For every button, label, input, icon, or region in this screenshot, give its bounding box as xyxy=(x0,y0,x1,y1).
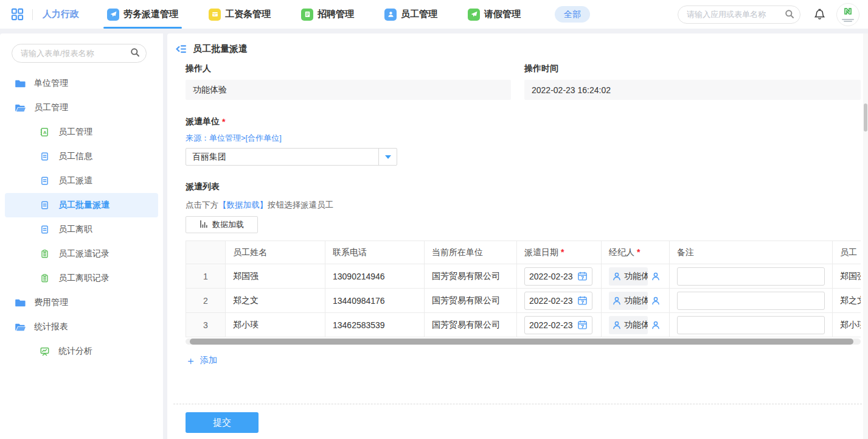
table-cell-date: 2022-02-23 xyxy=(517,289,602,313)
document-icon xyxy=(39,176,50,186)
topbar: 人力行政 劳务派遣管理工资条管理招聘管理员工管理请假管理 全部 xyxy=(0,0,868,29)
remark-input[interactable] xyxy=(677,267,825,286)
topbar-tab-4[interactable]: 员工管理 xyxy=(384,0,437,29)
table-horizontal-scrollbar[interactable] xyxy=(186,339,861,345)
topbar-tab-2[interactable]: 工资条管理 xyxy=(209,0,271,29)
all-apps-badge[interactable]: 全部 xyxy=(555,6,590,23)
select-caret-box[interactable] xyxy=(378,149,397,165)
brand-title[interactable]: 人力行政 xyxy=(43,9,79,20)
form-search-input[interactable] xyxy=(12,44,147,63)
sidebar-item-label: 员工离职 xyxy=(58,224,92,235)
tab-label: 员工管理 xyxy=(401,9,437,20)
submit-button[interactable]: 提交 xyxy=(186,412,259,433)
table-cell-remark xyxy=(670,289,833,313)
table-header-phone: 联系电话 xyxy=(325,241,425,264)
table-cell-phone: 13462583539 xyxy=(325,313,425,337)
notification-bell-icon[interactable] xyxy=(814,9,825,20)
person-icon xyxy=(612,296,622,306)
agent-name: 功能体验 xyxy=(624,320,648,331)
sidebar-item-9[interactable]: 员工离职记录 xyxy=(5,266,158,290)
page-scrollbar-track[interactable] xyxy=(863,33,868,439)
table-row: 3郑小瑛13462583539国芳贸易有限公司2022-02-23功能体验郑小瑛 xyxy=(186,313,861,337)
sidebar-item-label: 员工派遣记录 xyxy=(58,248,109,259)
operator-label: 操作人 xyxy=(186,63,511,74)
table-cell-name: 郑之文 xyxy=(226,289,325,313)
hint-data-load-link[interactable]: 【数据加载】 xyxy=(218,200,268,209)
scrollbar-thumb[interactable] xyxy=(190,339,853,345)
dispatch-list-section: 派遣列表 点击下方【数据加载】按钮选择派遣员工 数据加载 员工姓名联系电话当前所… xyxy=(186,181,861,367)
data-load-button[interactable]: 数据加载 xyxy=(186,216,258,233)
bar-chart-icon xyxy=(200,220,208,230)
table-cell-name: 郑国强 xyxy=(226,264,325,289)
date-input[interactable]: 2022-02-23 xyxy=(524,267,592,286)
table-cell-remark xyxy=(670,313,833,337)
dispatch-table: 员工姓名联系电话当前所在单位派遣日期*经纪人*备注员工 1郑国强13090214… xyxy=(186,241,861,337)
select-person-icon[interactable] xyxy=(651,296,661,306)
table-cell-agent: 功能体验 xyxy=(602,289,670,313)
add-row-link[interactable]: ＋ 添加 xyxy=(186,355,217,366)
agent-name: 功能体验 xyxy=(624,295,648,306)
table-cell-index: 3 xyxy=(186,313,226,337)
table-header-index xyxy=(186,241,226,264)
main-panel: 员工批量派遣 操作人 功能体验 操作时间 2022-02-23 16:24:02… xyxy=(167,33,868,439)
calendar-icon xyxy=(577,320,588,330)
collapse-menu-icon[interactable] xyxy=(175,44,187,54)
dispatch-unit-select[interactable]: 百丽集团 xyxy=(186,148,397,166)
topbar-tabs: 劳务派遣管理工资条管理招聘管理员工管理请假管理 xyxy=(107,0,551,29)
sidebar-item-1[interactable]: 单位管理 xyxy=(5,71,158,96)
caret-down-icon xyxy=(385,155,391,159)
topbar-tab-5[interactable]: 请假管理 xyxy=(468,0,521,29)
date-input[interactable]: 2022-02-23 xyxy=(524,316,592,334)
sidebar-item-2[interactable]: 员工管理 xyxy=(5,96,158,120)
table-row: 1郑国强13090214946国芳贸易有限公司2022-02-23功能体验郑国强 xyxy=(186,264,861,289)
tab-label: 劳务派遣管理 xyxy=(123,9,178,20)
topbar-tab-1[interactable]: 劳务派遣管理 xyxy=(107,0,178,29)
sidebar-item-8[interactable]: 员工派遣记录 xyxy=(5,242,158,266)
employee-icon xyxy=(384,9,397,21)
required-asterisk: * xyxy=(222,117,225,127)
table-header-date: 派遣日期* xyxy=(517,241,602,264)
sidebar-item-label: 员工管理 xyxy=(58,127,92,138)
agent-tag[interactable]: 功能体验 xyxy=(609,292,648,310)
table-cell-phone: 13090214946 xyxy=(325,264,425,289)
remark-input[interactable] xyxy=(677,292,825,310)
date-input[interactable]: 2022-02-23 xyxy=(524,292,592,310)
unit-source-link[interactable]: 来源：单位管理>[合作单位] xyxy=(186,133,861,144)
select-person-icon[interactable] xyxy=(651,272,661,281)
app-grid-icon[interactable] xyxy=(11,8,24,21)
sidebar-item-6[interactable]: 员工批量派遣 xyxy=(5,193,158,217)
tab-label: 请假管理 xyxy=(484,9,521,20)
sidebar-item-3[interactable]: A员工管理 xyxy=(5,120,158,144)
sidebar-item-7[interactable]: 员工离职 xyxy=(5,217,158,242)
paper-plane-icon xyxy=(107,9,119,21)
topbar-tab-3[interactable]: 招聘管理 xyxy=(301,0,354,29)
page-title: 员工批量派遣 xyxy=(193,43,248,55)
search-icon[interactable] xyxy=(130,47,140,60)
table-cell-date: 2022-02-23 xyxy=(517,264,602,289)
document-icon xyxy=(39,152,50,161)
sidebar-item-11[interactable]: 统计报表 xyxy=(5,315,158,339)
plus-icon: ＋ xyxy=(186,356,196,366)
agent-tag[interactable]: 功能体验 xyxy=(609,267,648,286)
sidebar-item-label: 统计分析 xyxy=(58,346,92,357)
person-icon xyxy=(612,272,622,281)
sidebar-item-10[interactable]: 费用管理 xyxy=(5,290,158,315)
sidebar-item-label: 员工派遣 xyxy=(58,175,92,186)
sidebar-tree: 单位管理员工管理A员工管理员工信息员工派遣员工批量派遣员工离职员工派遣记录员工离… xyxy=(0,71,163,363)
sidebar-item-4[interactable]: 员工信息 xyxy=(5,144,158,169)
app-search-input[interactable] xyxy=(678,5,800,24)
select-person-icon[interactable] xyxy=(651,320,661,330)
operator-value: 功能体验 xyxy=(186,80,511,100)
sidebar-item-5[interactable]: 员工派遣 xyxy=(5,169,158,193)
page-scrollbar-thumb[interactable] xyxy=(864,104,867,132)
hint-suffix: 按钮选择派遣员工 xyxy=(268,200,333,209)
agent-tag[interactable]: 功能体验 xyxy=(609,316,648,334)
sidebar-item-label: 统计报表 xyxy=(34,321,68,332)
sidebar-item-12[interactable]: 统计分析 xyxy=(5,339,158,363)
account-logo[interactable] xyxy=(836,3,859,26)
search-icon[interactable] xyxy=(785,9,794,21)
sidebar: 单位管理员工管理A员工管理员工信息员工派遣员工批量派遣员工离职员工派遣记录员工离… xyxy=(0,33,163,439)
table-cell-employee: 郑小瑛 xyxy=(833,313,861,337)
remark-input[interactable] xyxy=(677,316,825,334)
add-row-label: 添加 xyxy=(200,355,217,366)
